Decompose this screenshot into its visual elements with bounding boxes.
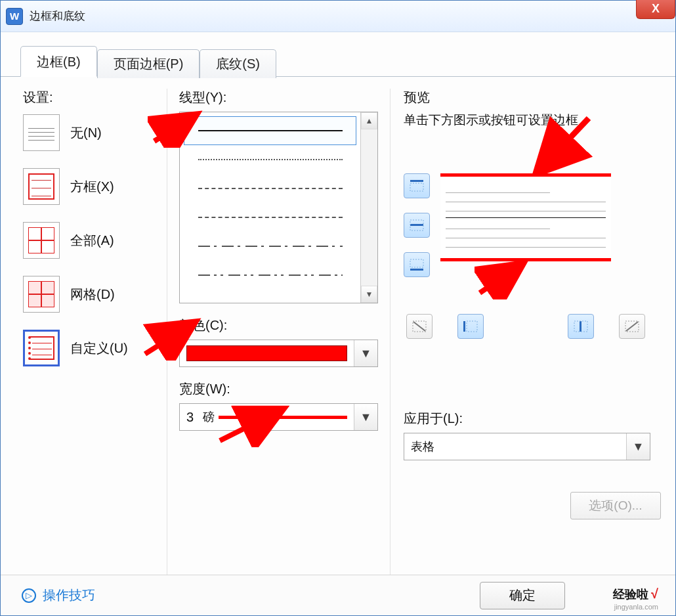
close-button[interactable]: X [636,0,675,19]
tab-page-borders[interactable]: 页面边框(P) [97,49,200,78]
watermark: 经验啦 √ jingyanla.com [613,586,658,611]
svg-rect-4 [410,183,423,191]
setting-grid-label: 网格(D) [70,286,115,303]
check-icon: √ [651,586,658,601]
preview-label: 预览 [404,89,661,106]
settings-label: 设置: [23,89,158,106]
border-vmiddle-button[interactable] [568,314,594,339]
linetype-dashdot[interactable] [184,232,356,261]
linetype-dashdotdot[interactable] [184,261,356,290]
linetype-dotted[interactable] [184,145,356,174]
linetype-dashed-short[interactable] [184,174,356,203]
setting-custom[interactable]: 自定义(U) [23,330,158,366]
color-swatch [186,345,347,361]
scroll-up-icon[interactable]: ▲ [361,112,377,129]
svg-rect-5 [410,224,423,226]
titlebar: W 边框和底纹 X [1,1,675,32]
svg-rect-3 [410,180,423,182]
linetype-scrollbar[interactable]: ▲ ▼ [360,112,377,303]
border-diag-up-button[interactable] [619,314,645,339]
svg-line-10 [480,265,520,293]
svg-rect-15 [580,321,581,332]
border-bottom-button[interactable] [404,252,430,277]
border-diag-down-button[interactable] [406,314,433,339]
tab-borders[interactable]: 边框(B) [20,46,97,77]
apply-to-value: 表格 [411,439,434,454]
linetype-dashed-long[interactable] [184,203,356,232]
dialog-window: W 边框和底纹 X 边框(B) 页面边框(P) 底纹(S) 设置: 无(N) [0,0,676,616]
setting-all-icon [23,222,60,259]
scroll-down-icon[interactable]: ▼ [361,286,377,303]
setting-grid[interactable]: 网格(D) [23,276,158,313]
linetype-label: 线型(Y): [179,89,378,106]
watermark-url: jingyanla.com [614,603,658,611]
setting-none-label: 无(N) [70,124,102,142]
app-icon: W [6,8,23,25]
linetype-items [180,112,360,303]
svg-rect-13 [463,321,465,332]
width-label: 宽度(W): [179,380,378,398]
preview-column: 预览 单击下方图示或按钮可设置边框 [391,89,661,577]
chevron-down-icon[interactable]: ▼ [354,340,377,366]
setting-box-label: 方框(X) [70,178,114,196]
svg-rect-14 [467,321,477,332]
preview-hint: 单击下方图示或按钮可设置边框 [404,112,661,129]
tab-shading[interactable]: 底纹(S) [200,49,276,78]
tips-label: 操作技巧 [43,586,95,604]
color-combobox[interactable]: ▼ [179,340,378,367]
setting-custom-icon [23,330,60,366]
width-combobox[interactable]: 3 磅 ▼ [179,403,378,431]
width-unit: 磅 [203,409,215,425]
chevron-down-icon[interactable]: ▼ [354,404,377,430]
watermark-brand: 经验啦 [613,588,648,601]
linetype-listbox[interactable]: ▲ ▼ [179,112,378,303]
svg-line-18 [626,322,638,331]
setting-grid-icon [23,276,60,313]
svg-rect-7 [410,269,423,271]
annotation-arrow [475,260,534,299]
dialog-footer: ▷ 操作技巧 确定 经验啦 √ jingyanla.com [1,575,675,615]
width-value: 3 [186,410,194,425]
preview-bottom-buttons [406,314,661,353]
play-icon: ▷ [22,588,36,603]
tab-panel: 设置: 无(N) 方框(X) [1,76,675,577]
style-column: 线型(Y): ▲ ▼ 颜色(C): [167,89,391,577]
setting-none[interactable]: 无(N) [23,114,158,151]
svg-rect-8 [410,259,423,267]
tabstrip: 边框(B) 页面边框(P) 底纹(S) [20,48,675,77]
setting-none-icon [23,114,60,151]
setting-box[interactable]: 方框(X) [23,168,158,205]
width-preview-line [219,416,347,419]
border-left-button[interactable] [457,314,484,339]
preview-box[interactable] [440,173,611,261]
window-title: 边框和底纹 [30,9,85,24]
setting-box-icon [23,168,60,205]
tips-link[interactable]: ▷ 操作技巧 [22,586,95,604]
setting-all[interactable]: 全部(A) [23,222,158,259]
setting-custom-label: 自定义(U) [70,340,128,357]
svg-line-12 [413,322,425,331]
settings-column: 设置: 无(N) 方框(X) [23,89,167,577]
border-top-button[interactable] [404,173,430,198]
border-hmiddle-button[interactable] [404,213,430,238]
color-label: 颜色(C): [179,317,378,334]
preview-side-buttons [404,173,430,292]
setting-all-label: 全部(A) [70,232,114,250]
apply-to-label: 应用于(L): [404,410,661,428]
apply-to-combobox[interactable]: 表格 ▼ [404,433,650,460]
options-button[interactable]: 选项(O)... [570,492,661,519]
ok-button[interactable]: 确定 [480,582,565,609]
chevron-down-icon[interactable]: ▼ [626,433,650,460]
linetype-solid[interactable] [184,116,356,145]
